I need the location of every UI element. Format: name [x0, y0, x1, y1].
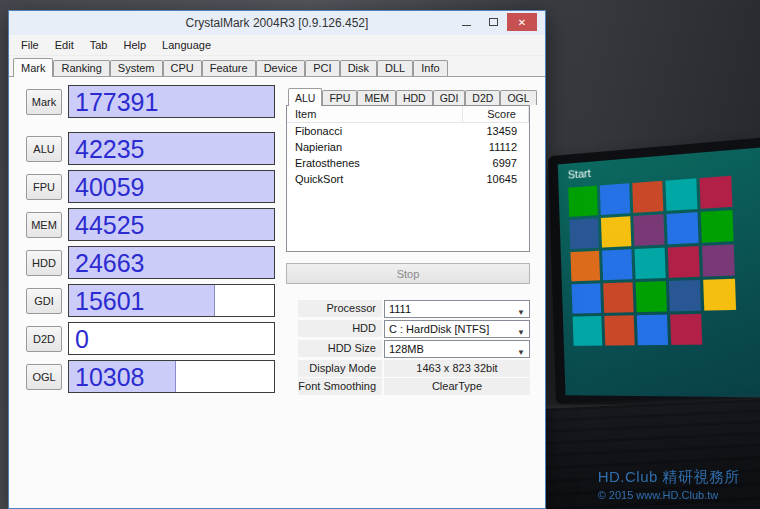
column-header-item[interactable]: Item — [287, 106, 463, 122]
hdd-size-value: 128MB — [389, 343, 424, 355]
menu-item-language[interactable]: Language — [154, 36, 219, 54]
subtab-hdd[interactable]: HDD — [396, 90, 433, 105]
crystalmark-window: CrystalMark 2004R3 [0.9.126.452] ✕ File … — [8, 10, 546, 509]
score-label-mem[interactable]: MEM — [26, 212, 62, 238]
window-controls: ✕ — [453, 13, 537, 31]
display-mode-label: Display Mode — [298, 360, 382, 377]
minimize-button[interactable] — [453, 13, 480, 31]
start-tile — [701, 210, 734, 243]
score-label-alu[interactable]: ALU — [26, 136, 62, 162]
start-tile — [703, 279, 736, 311]
score-label-gdi[interactable]: GDI — [26, 288, 62, 314]
column-header-score[interactable]: Score — [463, 106, 529, 122]
list-item[interactable]: Fibonacci 13459 — [287, 123, 529, 139]
tab-info[interactable]: Info — [413, 60, 447, 76]
start-tile — [573, 316, 603, 346]
score-row: OGL 10308 — [26, 360, 275, 393]
score-box-alu: 42235 — [68, 132, 275, 165]
score-label-ogl[interactable]: OGL — [26, 364, 62, 390]
subtab-fpu[interactable]: FPU — [322, 90, 357, 105]
tab-pci[interactable]: PCI — [305, 60, 339, 76]
score-box-mark: 177391 — [68, 85, 275, 118]
menu-item-file[interactable]: File — [13, 36, 47, 54]
score-box-gdi: 15601 — [68, 284, 275, 317]
laptop-screen-image: Start — [548, 136, 760, 407]
subtab-alu[interactable]: ALU — [288, 88, 322, 106]
watermark-line2: © 2015 www.HD.Club.tw — [598, 489, 740, 501]
start-tile — [572, 283, 602, 313]
subtab-mem[interactable]: MEM — [357, 90, 396, 105]
start-tile — [636, 281, 667, 312]
mark-page: Mark 177391 ALU 42235 FPU — [9, 77, 545, 508]
titlebar[interactable]: CrystalMark 2004R3 [0.9.126.452] ✕ — [9, 11, 545, 35]
start-tile — [637, 315, 668, 346]
score-box-ogl: 10308 — [68, 360, 275, 393]
score-box-d2d: 0 — [68, 322, 275, 355]
score-label-mark[interactable]: Mark — [26, 89, 62, 115]
hdd-size-dropdown[interactable]: 128MB ▼ — [384, 340, 530, 358]
processor-mask-value: 1111 — [389, 303, 411, 315]
score-value-ogl: 10308 — [75, 362, 145, 391]
score-column: Mark 177391 ALU 42235 FPU — [26, 85, 275, 398]
score-value-d2d: 0 — [75, 324, 89, 353]
score-label-d2d[interactable]: D2D — [26, 326, 62, 352]
subtab-ogl[interactable]: OGL — [500, 90, 536, 105]
detail-tab-strip: ALU FPU MEM HDD GDI D2D OGL — [286, 87, 530, 105]
tab-dll[interactable]: DLL — [377, 60, 413, 76]
score-label-hdd[interactable]: HDD — [26, 250, 62, 276]
subtab-d2d[interactable]: D2D — [465, 90, 500, 105]
processor-mask-dropdown[interactable]: 1111 ▼ — [384, 300, 530, 318]
subtab-gdi[interactable]: GDI — [433, 90, 466, 105]
start-tile — [604, 315, 634, 345]
stop-button[interactable]: Stop — [286, 263, 530, 284]
result-item-name: Eratosthenes — [287, 155, 463, 171]
list-item[interactable]: Eratosthenes 6997 — [287, 155, 529, 171]
score-box-fpu: 40059 — [68, 170, 275, 203]
score-value-fpu: 40059 — [75, 172, 145, 201]
setting-row-font-smoothing: Font Smoothing ClearType — [298, 378, 530, 396]
start-screen-label: Start — [568, 167, 591, 181]
start-tile — [668, 246, 700, 278]
list-item[interactable]: Napierian 11112 — [287, 139, 529, 155]
start-tile — [700, 176, 733, 209]
maximize-button[interactable] — [480, 13, 507, 31]
start-tile — [602, 249, 632, 280]
start-tile — [569, 218, 599, 249]
hdd-dropdown[interactable]: C : HardDisk [NTFS] ▼ — [384, 320, 530, 338]
score-row: D2D 0 — [26, 322, 275, 355]
hdd-size-label: HDD Size — [298, 340, 382, 357]
start-tile — [634, 248, 665, 279]
close-icon: ✕ — [518, 17, 526, 28]
score-value-mark: 177391 — [75, 87, 158, 116]
results-list: Item Score Fibonacci 13459 Napierian 111… — [286, 105, 530, 252]
tab-feature[interactable]: Feature — [202, 60, 256, 76]
font-smoothing-label: Font Smoothing — [298, 378, 382, 395]
list-item[interactable]: QuickSort 10645 — [287, 171, 529, 187]
processor-mask-label: Processor Mask — [298, 300, 382, 317]
tab-system[interactable]: System — [110, 60, 163, 76]
hdd-label: HDD — [298, 320, 382, 337]
menu-item-help[interactable]: Help — [115, 36, 154, 54]
score-label-fpu[interactable]: FPU — [26, 174, 62, 200]
menu-item-tab[interactable]: Tab — [82, 36, 116, 54]
result-item-name: QuickSort — [287, 171, 463, 187]
score-box-mem: 44525 — [68, 208, 275, 241]
tab-mark[interactable]: Mark — [13, 58, 53, 77]
watermark: HD.Club 精研視務所 © 2015 www.HD.Club.tw — [598, 468, 740, 501]
tab-disk[interactable]: Disk — [340, 60, 377, 76]
menu-item-edit[interactable]: Edit — [47, 36, 82, 54]
settings-group: Processor Mask 1111 ▼ HDD C : HardDisk [… — [298, 300, 530, 398]
start-tile — [669, 280, 701, 311]
tab-device[interactable]: Device — [256, 60, 306, 76]
start-tile — [601, 216, 631, 247]
chevron-down-icon: ▼ — [517, 305, 525, 321]
setting-row-hdd-size: HDD Size 128MB ▼ — [298, 340, 530, 358]
start-tile — [600, 183, 630, 215]
hdd-value: C : HardDisk [NTFS] — [389, 323, 489, 335]
close-button[interactable]: ✕ — [507, 13, 537, 31]
tab-cpu[interactable]: CPU — [163, 60, 202, 76]
start-tiles — [568, 173, 760, 393]
tab-ranking[interactable]: Ranking — [53, 60, 109, 76]
minimize-icon — [462, 25, 471, 26]
start-tile — [570, 251, 600, 282]
